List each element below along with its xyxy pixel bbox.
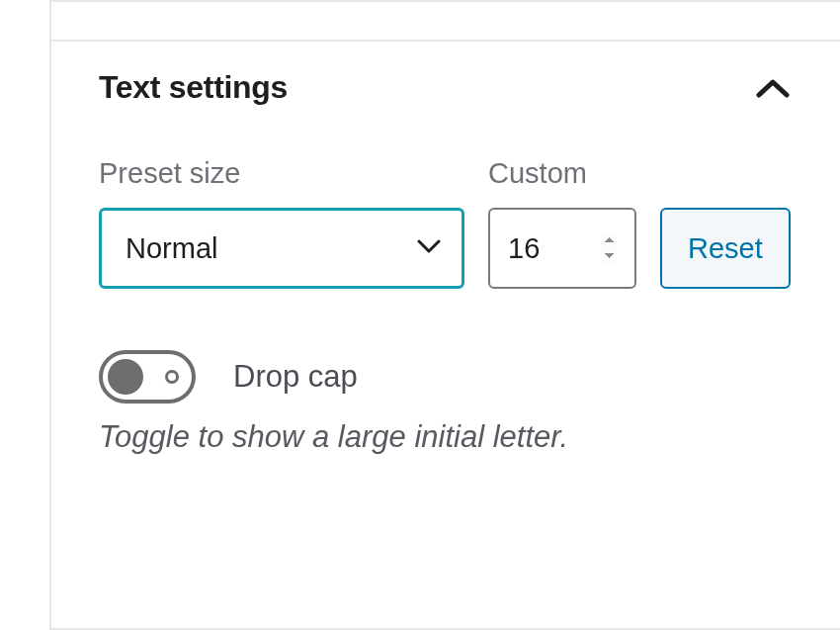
panel-top-divider — [51, 2, 840, 42]
toggle-indicator — [165, 370, 179, 384]
text-settings-panel: Text settings Preset size Normal — [49, 0, 840, 630]
preset-size-select[interactable]: Normal — [99, 208, 464, 289]
toggle-knob — [108, 359, 143, 395]
drop-cap-label: Drop cap — [233, 359, 358, 395]
panel-header[interactable]: Text settings — [99, 69, 791, 106]
custom-size-field: Custom — [488, 157, 636, 289]
preset-size-label: Preset size — [99, 157, 464, 190]
preset-size-field: Preset size Normal — [99, 157, 464, 289]
collapse-toggle[interactable] — [755, 70, 791, 106]
drop-cap-description: Toggle to show a large initial letter. — [99, 419, 791, 455]
custom-size-label: Custom — [488, 157, 636, 190]
drop-cap-toggle[interactable] — [99, 350, 196, 404]
panel-title: Text settings — [99, 69, 288, 106]
chevron-up-icon — [756, 77, 790, 99]
custom-size-input[interactable] — [488, 208, 636, 289]
reset-button[interactable]: Reset — [660, 208, 791, 289]
